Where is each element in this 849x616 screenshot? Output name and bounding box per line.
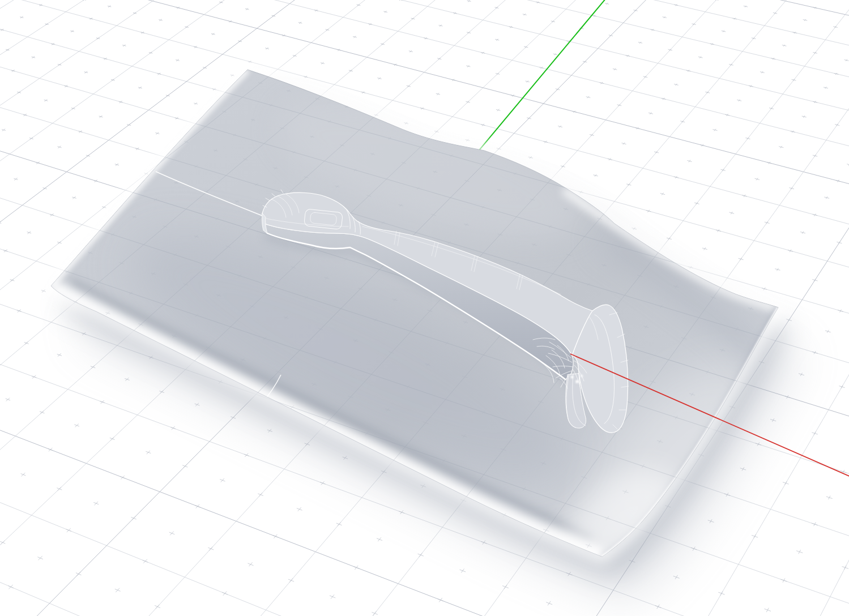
3d-viewport[interactable] [0, 0, 849, 616]
viewport-canvas[interactable] [0, 0, 849, 616]
